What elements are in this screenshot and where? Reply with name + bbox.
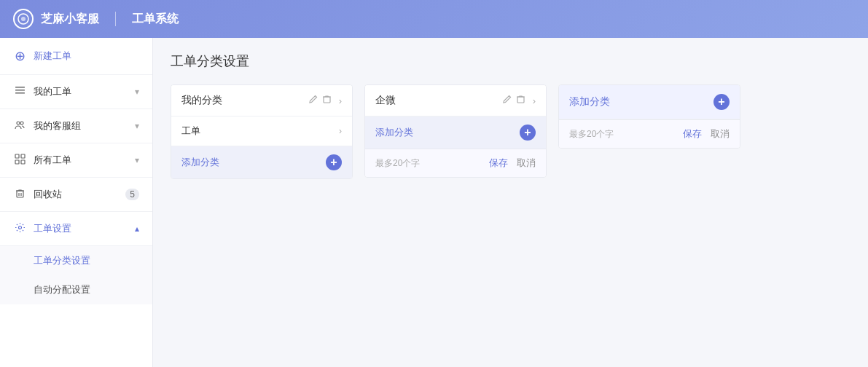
sidebar-item-my-tickets[interactable]: 我的工单 ▾ bbox=[0, 75, 152, 109]
card-actions-qiwei: › bbox=[502, 95, 536, 106]
card-title-my: 我的分类 bbox=[181, 94, 308, 107]
svg-rect-7 bbox=[15, 154, 19, 158]
sidebar-ticket-settings-label: 工单设置 bbox=[34, 222, 135, 235]
edit-icon[interactable] bbox=[502, 95, 512, 106]
sidebar-item-all-tickets[interactable]: 所有工单 ▾ bbox=[0, 143, 152, 178]
sidebar: ⊕ 新建工单 我的工单 ▾ 我的客服组 ▾ bbox=[0, 38, 153, 367]
edit-icon[interactable] bbox=[308, 95, 318, 106]
sidebar-sub-auto-assign[interactable]: 自动分配设置 bbox=[0, 275, 152, 304]
svg-point-1 bbox=[21, 17, 26, 21]
delete-icon[interactable] bbox=[516, 95, 525, 106]
cards-area: 我的分类 › 工单 › bbox=[171, 84, 851, 179]
page-title: 工单分类设置 bbox=[171, 52, 851, 70]
svg-rect-9 bbox=[15, 160, 19, 164]
sidebar-service-group-label: 我的客服组 bbox=[34, 119, 135, 133]
input-hint-new: 最多20个字 bbox=[569, 128, 677, 141]
group-icon bbox=[13, 119, 26, 133]
grid-icon bbox=[13, 154, 26, 167]
new-ticket-label: 新建工单 bbox=[34, 50, 139, 63]
chevron-down-icon: ▾ bbox=[135, 121, 139, 131]
app-name: 芝麻小客服 bbox=[41, 12, 99, 27]
sidebar-item-recycle[interactable]: 回收站 5 bbox=[0, 178, 152, 212]
input-row-new: 最多20个字 保存 取消 bbox=[559, 119, 740, 148]
svg-rect-13 bbox=[324, 97, 330, 103]
svg-rect-11 bbox=[17, 191, 23, 197]
svg-rect-10 bbox=[21, 160, 25, 164]
cancel-button-qiwei[interactable]: 取消 bbox=[517, 157, 536, 170]
category-card-my: 我的分类 › 工单 › bbox=[171, 84, 353, 179]
layout: ⊕ 新建工单 我的工单 ▾ 我的客服组 ▾ bbox=[0, 38, 868, 367]
gear-icon bbox=[13, 222, 26, 235]
sidebar-recycle-label: 回收站 bbox=[34, 188, 125, 201]
header-divider bbox=[115, 12, 116, 26]
add-category-label: 添加分类 bbox=[375, 126, 520, 139]
card-title-new: 添加分类 bbox=[569, 95, 713, 108]
svg-rect-8 bbox=[21, 154, 25, 158]
svg-rect-3 bbox=[15, 90, 25, 91]
add-category-button-new[interactable]: + bbox=[713, 94, 730, 110]
app-header: 芝麻小客服 工单系统 bbox=[0, 0, 868, 38]
list-icon bbox=[13, 85, 26, 98]
sidebar-all-tickets-label: 所有工单 bbox=[34, 154, 135, 167]
svg-rect-4 bbox=[15, 92, 25, 94]
chevron-down-icon: ▾ bbox=[135, 87, 139, 97]
category-card-qiwei: 企微 › 添加分类 + bbox=[364, 84, 547, 178]
svg-rect-2 bbox=[15, 87, 25, 88]
card-actions-my: › bbox=[308, 95, 342, 106]
sidebar-item-ticket-settings[interactable]: 工单设置 ▴ bbox=[0, 212, 152, 246]
input-hint-qiwei: 最多20个字 bbox=[375, 157, 483, 170]
sidebar-sub-menu: 工单分类设置 自动分配设置 bbox=[0, 246, 152, 304]
chevron-down-icon: ▾ bbox=[135, 155, 139, 165]
plus-icon: ⊕ bbox=[13, 48, 26, 64]
add-category-label: 添加分类 bbox=[181, 156, 326, 169]
add-category-row-my[interactable]: 添加分类 + bbox=[171, 146, 352, 178]
add-category-button-my[interactable]: + bbox=[326, 154, 342, 170]
add-category-button-qiwei[interactable]: + bbox=[520, 125, 536, 141]
main-content: 工单分类设置 我的分类 › bbox=[153, 38, 868, 367]
card-header-new[interactable]: 添加分类 + bbox=[559, 85, 740, 119]
item-arrow-icon: › bbox=[339, 126, 342, 136]
save-button-qiwei[interactable]: 保存 bbox=[489, 157, 508, 170]
card-chevron-icon[interactable]: › bbox=[339, 95, 342, 106]
system-name: 工单系统 bbox=[132, 12, 179, 27]
item-label: 工单 bbox=[181, 125, 339, 138]
cancel-button-new[interactable]: 取消 bbox=[711, 127, 730, 141]
svg-point-12 bbox=[18, 226, 21, 229]
logo-icon bbox=[13, 9, 34, 29]
card-header-qiwei: 企微 › bbox=[365, 85, 546, 117]
card-title-qiwei: 企微 bbox=[375, 94, 502, 107]
svg-point-5 bbox=[17, 122, 20, 125]
add-category-row-qiwei[interactable]: 添加分类 + bbox=[365, 117, 546, 149]
recycle-badge: 5 bbox=[125, 189, 139, 200]
card-header-my: 我的分类 › bbox=[171, 85, 352, 117]
card-chevron-icon[interactable]: › bbox=[533, 95, 536, 106]
new-ticket-button[interactable]: ⊕ 新建工单 bbox=[0, 38, 152, 75]
sidebar-sub-category-settings[interactable]: 工单分类设置 bbox=[0, 246, 152, 275]
svg-rect-14 bbox=[517, 97, 524, 103]
trash-icon bbox=[13, 188, 26, 201]
category-item-ticket[interactable]: 工单 › bbox=[171, 117, 352, 146]
sidebar-my-tickets-label: 我的工单 bbox=[34, 85, 135, 98]
category-card-new: 添加分类 + 最多20个字 保存 取消 bbox=[558, 84, 740, 149]
logo: 芝麻小客服 工单系统 bbox=[13, 9, 179, 29]
save-button-new[interactable]: 保存 bbox=[683, 127, 702, 141]
delete-icon[interactable] bbox=[322, 95, 332, 106]
svg-point-6 bbox=[20, 122, 23, 125]
sidebar-item-service-group[interactable]: 我的客服组 ▾ bbox=[0, 109, 152, 143]
input-row-qiwei: 最多20个字 保存 取消 bbox=[365, 149, 546, 177]
chevron-up-icon: ▴ bbox=[135, 224, 139, 234]
